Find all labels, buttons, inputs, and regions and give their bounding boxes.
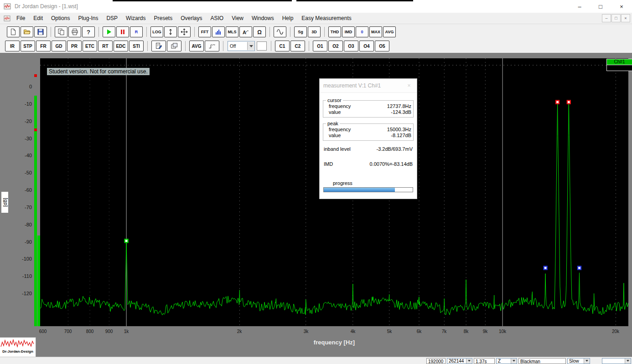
pause-button[interactable] <box>116 26 129 37</box>
menu-presets[interactable]: Presets <box>150 13 176 24</box>
inband-level-value: -3.2dB/693.7mV <box>377 146 413 152</box>
menu-windows[interactable]: Windows <box>248 13 278 24</box>
copy-button[interactable] <box>55 26 67 37</box>
vertical-scale-button[interactable] <box>164 26 177 37</box>
menu-help[interactable]: Help <box>278 13 298 24</box>
o1-button[interactable]: O1 <box>313 41 327 51</box>
print-icon <box>71 28 78 36</box>
mdi-minimize-button[interactable]: – <box>602 14 611 22</box>
report-button[interactable] <box>151 41 166 51</box>
legend-ch1[interactable]: Ch#1 <box>606 59 632 65</box>
stp-button[interactable]: STP <box>21 41 35 51</box>
x-tick-5k: 5k <box>383 329 396 334</box>
sg-button[interactable]: Sg <box>294 26 307 37</box>
mdi-window-controls: – □ × <box>602 14 630 22</box>
y-tick--50: -50 <box>14 170 32 175</box>
o5-button[interactable]: O5 <box>375 41 389 51</box>
mdi-close-button[interactable]: × <box>621 14 630 22</box>
dialog-close-button[interactable]: × <box>405 82 413 89</box>
c2-button[interactable]: C2 <box>290 41 305 51</box>
overlay-button[interactable] <box>167 41 181 51</box>
edc-button[interactable]: EDC <box>114 41 128 51</box>
avg-mode-button[interactable]: AVG <box>189 41 204 51</box>
legend-ch2-empty[interactable] <box>606 65 632 71</box>
a-weighting-button[interactable]: A <box>239 26 252 37</box>
o2-button[interactable]: O2 <box>328 41 343 51</box>
fft-button[interactable]: FFT <box>198 26 211 37</box>
vertical-arrows-icon <box>167 28 174 36</box>
open-file-button[interactable] <box>21 26 33 37</box>
level-meter-peak-mark <box>34 128 37 131</box>
save-button[interactable] <box>34 26 47 37</box>
max-button[interactable]: MAX <box>369 26 382 37</box>
y-tick-0: 0 <box>14 84 32 89</box>
zero-button[interactable]: 0 <box>356 26 368 37</box>
imd-button[interactable]: IMD <box>342 26 355 37</box>
fft-size-combo[interactable]: 262144 <box>447 358 472 364</box>
menu-asio[interactable]: ASIO <box>206 13 228 24</box>
menu-file[interactable]: File <box>12 13 29 24</box>
print-button[interactable] <box>68 26 81 37</box>
toolbar-separator <box>194 27 195 37</box>
pr-button[interactable]: PR <box>67 41 82 51</box>
weighting-combo[interactable]: Z <box>496 358 517 364</box>
etc-button[interactable]: ETC <box>83 41 97 51</box>
sample-rate-field[interactable]: 192000 <box>426 358 446 364</box>
move-button[interactable] <box>178 26 191 37</box>
menu-view[interactable]: View <box>228 13 248 24</box>
toolbar-separator <box>98 27 99 37</box>
dialog-title-bar[interactable]: measurement V:1 Ch#1 × <box>320 79 417 93</box>
menu-plug-ins[interactable]: Plug-Ins <box>74 13 102 24</box>
c1-button[interactable]: C1 <box>275 41 290 51</box>
window-function-field[interactable]: Blackman <box>518 358 566 364</box>
duration-field[interactable]: 1.37s <box>474 358 495 364</box>
signal-generator-button[interactable] <box>274 26 286 37</box>
gd-button[interactable]: GD <box>52 41 66 51</box>
spectrum-button[interactable] <box>212 26 225 37</box>
peak-frequency-label: frequency <box>329 127 351 133</box>
help-button[interactable]: ? <box>82 26 95 37</box>
spectrum-panel: Student version. Not for commercial use.… <box>0 53 632 357</box>
measurement-dialog[interactable]: measurement V:1 Ch#1 × cursor frequency … <box>319 78 417 199</box>
meter-speed-combo[interactable]: Slow <box>567 358 590 364</box>
new-file-button[interactable] <box>7 26 20 37</box>
title-bar: Dr Jordan Design - [1.wst] – □ × <box>0 0 632 13</box>
maximize-button[interactable]: □ <box>590 0 611 13</box>
mdi-restore-button[interactable]: □ <box>611 14 621 22</box>
sti-button[interactable]: STI <box>129 41 144 51</box>
window-controls: – □ × <box>569 0 632 13</box>
menu-wizards[interactable]: Wizards <box>122 13 150 24</box>
peak-group-label: peak <box>326 121 340 126</box>
menu-edit[interactable]: Edit <box>29 13 47 24</box>
fr-button[interactable]: FR <box>36 41 51 51</box>
menu-dsp[interactable]: DSP <box>102 13 122 24</box>
y-tick--40: -40 <box>14 153 32 158</box>
mls-button[interactable]: MLS <box>226 26 238 37</box>
3d-button[interactable]: 3D <box>308 26 321 37</box>
log-scale-button[interactable]: LOG <box>150 26 163 37</box>
o4-button[interactable]: O4 <box>359 41 374 51</box>
menu-overlays[interactable]: Overlays <box>176 13 206 24</box>
smoothing-combo[interactable]: Off <box>228 41 255 51</box>
avg-button[interactable]: AVG <box>383 26 396 37</box>
thd-button[interactable]: THD <box>328 26 341 37</box>
status-spacer <box>591 361 601 361</box>
step-response-button[interactable] <box>205 41 219 51</box>
y-axis-label-text: [dB] <box>2 198 8 207</box>
measurement-toolbar: IRSTPFRGDPRETCRTEDCSTIAVGOffC1C2O1O2O3O4… <box>0 39 632 53</box>
menu-options[interactable]: Options <box>47 13 74 24</box>
rt-button[interactable]: RT <box>98 41 113 51</box>
record-button[interactable]: R <box>130 26 143 37</box>
chevron-down-icon <box>466 359 472 364</box>
minimize-button[interactable]: – <box>569 0 590 13</box>
extra-combo[interactable] <box>602 358 631 364</box>
chevron-down-icon <box>511 359 517 364</box>
menu-easy-measurements[interactable]: Easy Measurements <box>297 13 355 24</box>
close-button[interactable]: × <box>611 0 632 13</box>
imd-label: IMD <box>324 161 333 167</box>
o3-button[interactable]: O3 <box>344 41 358 51</box>
smoothing-extra-button[interactable] <box>257 41 267 51</box>
impedance-button[interactable]: Ω <box>253 26 266 37</box>
start-measurement-button[interactable] <box>103 26 115 37</box>
ir-button[interactable]: IR <box>5 41 20 51</box>
